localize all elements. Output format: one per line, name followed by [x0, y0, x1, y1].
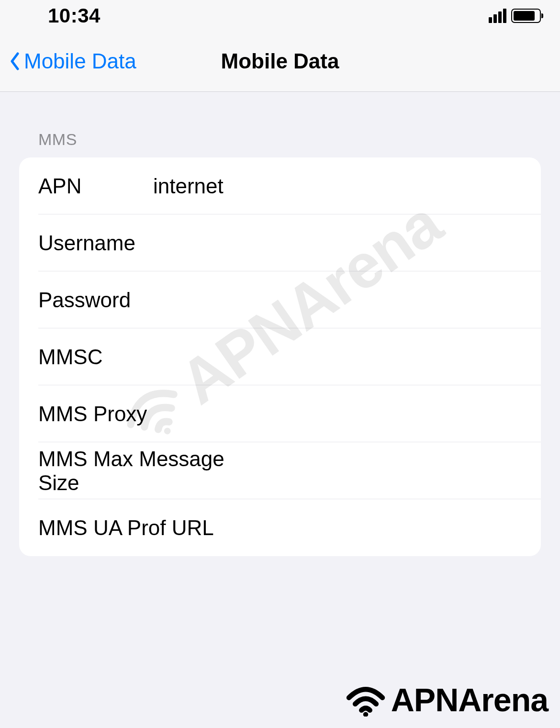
logo-text: APNArena: [391, 681, 548, 718]
mms-max-size-row[interactable]: MMS Max Message Size: [19, 442, 541, 499]
status-bar: 10:34: [0, 0, 560, 31]
username-label: Username: [38, 231, 153, 255]
apn-label: APN: [38, 174, 153, 198]
mms-max-size-input[interactable]: [259, 459, 522, 483]
apn-input[interactable]: [153, 174, 522, 198]
apnarena-logo: APNArena: [344, 681, 548, 718]
mms-proxy-row[interactable]: MMS Proxy: [19, 385, 541, 442]
page-title: Mobile Data: [221, 49, 339, 73]
password-row[interactable]: Password: [19, 271, 541, 328]
mms-ua-prof-url-input[interactable]: [233, 516, 522, 540]
back-button-label: Mobile Data: [24, 49, 136, 73]
mms-ua-prof-url-row[interactable]: MMS UA Prof URL: [19, 499, 541, 556]
mms-proxy-input[interactable]: [166, 402, 522, 426]
status-time: 10:34: [48, 4, 101, 27]
battery-icon: [511, 9, 541, 23]
mms-max-size-label: MMS Max Message Size: [38, 447, 240, 495]
password-input[interactable]: [153, 288, 522, 312]
back-button[interactable]: Mobile Data: [10, 49, 136, 73]
chevron-left-icon: [10, 52, 20, 70]
username-row[interactable]: Username: [19, 214, 541, 271]
mmsc-input[interactable]: [153, 345, 522, 369]
mmsc-label: MMSC: [38, 345, 153, 369]
mms-ua-prof-url-label: MMS UA Prof URL: [38, 516, 214, 540]
mmsc-row[interactable]: MMSC: [19, 328, 541, 385]
mms-settings-group: APN Username Password MMSC MMS Proxy MMS…: [19, 157, 541, 556]
password-label: Password: [38, 288, 153, 312]
wifi-icon: [344, 683, 387, 717]
apn-row[interactable]: APN: [19, 157, 541, 214]
cellular-signal-icon: [489, 9, 506, 23]
svg-point-1: [363, 712, 368, 717]
section-header-mms: MMS: [19, 92, 541, 157]
navigation-bar: Mobile Data Mobile Data: [0, 31, 560, 92]
mms-proxy-label: MMS Proxy: [38, 402, 147, 426]
status-indicators: [489, 9, 541, 23]
content-area: APNArena MMS APN Username Password MMSC …: [0, 92, 560, 556]
username-input[interactable]: [153, 231, 522, 255]
